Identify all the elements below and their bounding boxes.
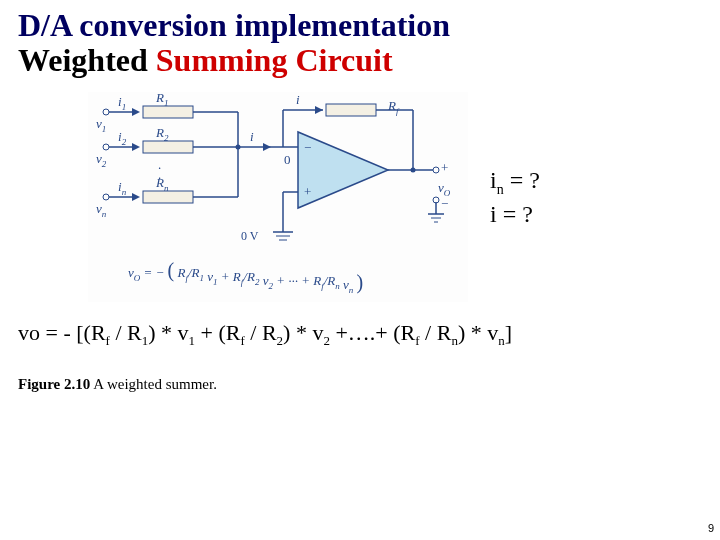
svg-text:0: 0: [284, 152, 291, 167]
figure-caption: Figure 2.10 A weighted summer.: [18, 376, 702, 393]
svg-text:+: +: [441, 160, 448, 175]
svg-text:i: i: [296, 92, 300, 107]
question-in: in = ?: [490, 165, 540, 199]
question-block: in = ? i = ?: [490, 165, 540, 230]
title-line-2: Weighted Summing Circuit: [18, 43, 702, 78]
svg-text:+: +: [304, 184, 311, 199]
title-line-1: D/A conversion implementation: [18, 8, 702, 43]
svg-point-52: [411, 168, 416, 173]
page-number: 9: [708, 522, 714, 534]
svg-rect-36: [326, 104, 376, 116]
question-i: i = ?: [490, 199, 540, 230]
svg-text:0 V: 0 V: [241, 229, 259, 243]
circuit-figure: v1 i1 R1 v2 i2 R2 · · vn in: [88, 92, 468, 302]
vo-equation: vo = - [(Rf / R1) * v1 + (Rf / R2) * v2 …: [18, 320, 702, 349]
svg-text:i: i: [250, 129, 254, 144]
slide-title: D/A conversion implementation Weighted S…: [18, 8, 702, 78]
svg-text:−: −: [441, 196, 448, 211]
title-highlight: Summing Circuit: [156, 42, 393, 78]
svg-text:−: −: [304, 140, 311, 155]
